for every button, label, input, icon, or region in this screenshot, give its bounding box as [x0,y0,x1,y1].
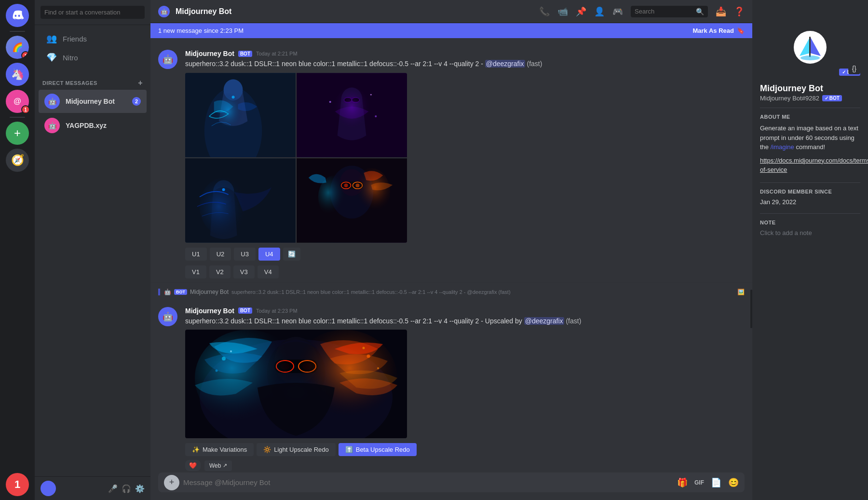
svg-point-4 [232,96,235,98]
chat-area: 🤖 Midjourney Bot 📞 📹 📌 👤 🎮 🔍 📥 ❓ 1 new m… [150,0,752,500]
mic-button[interactable]: 🎤 [108,484,118,493]
make-variations-button[interactable]: ✨ Make Variations [185,443,254,456]
dm-user-yagpdb[interactable]: 🤖 YAGPDB.xyz [39,114,147,137]
profile-avatar-area [752,24,868,67]
about-me-section: ABOUT ME Generate an image based on a te… [760,114,860,175]
hero-image-4[interactable] [297,158,407,243]
add-friend-button[interactable]: 👤 [594,6,605,17]
u3-button[interactable]: U3 [234,248,256,261]
light-upscale-redo-button[interactable]: 🔆 Light Upscale Redo [257,443,335,456]
msg2-bot-badge: BOT [238,307,252,314]
nitro-link[interactable]: 💎 Nitro [39,48,147,67]
light-icon: 🔆 [263,446,271,453]
dm-sidebar: 👥 Friends 💎 Nitro DIRECT MESSAGES + 🤖 Mi… [35,0,150,500]
svg-point-17 [222,188,225,191]
settings-button[interactable]: ⚙️ [135,484,145,493]
icon-bar-divider-2 [10,117,25,118]
message-group-1: 🤖 Midjourney Bot BOT Today at 2:21 PM su… [150,46,752,282]
note-section: NOTE Click to add a note [760,220,860,236]
emoji-icon[interactable]: 😊 [728,477,739,488]
upscaled-image[interactable] [185,330,407,438]
member-since-date: Jan 29, 2022 [760,198,860,206]
find-conversation-input[interactable] [41,6,145,19]
dm-section-header: DIRECT MESSAGES + [35,71,150,89]
help-button[interactable]: ❓ [734,6,745,17]
svg-point-42 [230,350,232,352]
add-dm-button[interactable]: + [138,79,143,87]
server-icon-2[interactable]: 🦄 [6,63,29,86]
svg-point-45 [363,347,365,349]
check-icon-2: ✓ [825,96,828,101]
member-since-section: DISCORD MEMBER SINCE Jan 29, 2022 [760,189,860,206]
external-link-icon: ↗ [223,462,227,469]
v3-button[interactable]: V3 [233,265,255,278]
icon-bar: 🌈 1 🦄 @ 1 + 🧭 1 [0,0,35,500]
svg-point-26 [344,183,348,187]
panel-divider [760,108,860,108]
midjourney-avatar: 🤖 [44,94,60,109]
dm-search-area [35,0,150,25]
v1-button[interactable]: V1 [185,265,206,278]
hero-image-2[interactable] [297,73,407,157]
beta-icon: ⬆️ [345,446,353,453]
u4-button[interactable]: U4 [258,248,280,261]
attach-button[interactable]: + [164,475,179,490]
call-button[interactable]: 📞 [539,6,550,17]
note-input[interactable]: Click to add a note [760,229,860,236]
msg2-content: Midjourney Bot BOT Today at 2:23 PM supe… [185,307,745,472]
number-badge-1[interactable]: 1 [6,473,29,496]
svg-point-41 [216,370,218,372]
icon-bar-divider [10,31,25,32]
server-icon-1[interactable]: 🌈 1 [6,36,29,59]
message-input[interactable] [183,472,673,492]
discord-home-button[interactable] [6,4,29,27]
bot-tag-badge: ✓ BOT [822,95,842,101]
headphones-button[interactable]: 🎧 [122,484,131,493]
panel-divider-3 [760,213,860,214]
pin-button[interactable]: 📌 [576,6,586,17]
v4-button[interactable]: V4 [258,265,279,278]
search-icon: 🔍 [696,8,704,15]
dm-quick-links: 👥 Friends 💎 Nitro [35,25,150,71]
variation-buttons-1: V1 V2 V3 V4 [185,265,745,278]
beta-upscale-redo-button[interactable]: ⬆️ Beta Upscale Redo [339,443,417,456]
search-input[interactable] [635,8,692,15]
current-user-avatar [41,481,56,496]
msg2-header: Midjourney Bot BOT Today at 2:23 PM [185,307,745,315]
gift-icon[interactable]: 🎁 [677,477,688,488]
upscale-variation-buttons-1: U1 U2 U3 U4 🔄 [185,248,745,261]
msg1-time: Today at 2:21 PM [256,51,298,56]
svg-point-50 [800,56,820,60]
msg2-inner: 🤖 Midjourney Bot BOT Today at 2:23 PM su… [158,307,745,472]
server-icon-3[interactable]: @ 1 [6,90,29,113]
explore-button[interactable]: 🧭 [6,149,29,172]
nitro-header-icon[interactable]: 🎮 [612,6,623,17]
add-server-button[interactable]: + [6,122,29,145]
sticker-icon[interactable]: 📄 [711,477,721,488]
chat-header-name: Midjourney Bot [176,7,231,16]
midjourney-badge: 2 [132,97,141,106]
hero-image-1[interactable] [185,73,296,157]
friends-link[interactable]: 👥 Friends [39,29,147,48]
u2-button[interactable]: U2 [210,248,231,261]
hero-image-3[interactable] [185,158,296,243]
msg1-header: Midjourney Bot BOT Today at 2:21 PM [185,50,745,57]
svg-point-44 [377,367,379,369]
right-panel-name: Midjourney Bot [760,83,860,94]
bot-icon-fwd: 🤖 [164,289,171,295]
gif-icon[interactable]: GIF [694,479,704,486]
imagine-link[interactable]: /imagine [771,143,794,151]
v2-button[interactable]: V2 [209,265,231,278]
inbox-button[interactable]: 📥 [716,6,726,17]
svg-point-13 [375,115,377,117]
web-button[interactable]: Web ↗ [204,460,232,471]
msg1-author: Midjourney Bot [185,50,234,57]
heart-reaction[interactable]: ❤️ [185,460,201,471]
refresh-button-1[interactable]: 🔄 [283,248,300,261]
dm-user-midjourney[interactable]: 🤖 Midjourney Bot 2 [39,90,147,113]
video-button[interactable]: 📹 [557,6,568,17]
msg2-time: Today at 2:23 PM [256,308,298,314]
u1-button[interactable]: U1 [185,248,207,261]
tos-link[interactable]: https://docs.midjourney.com/docs/terms-o… [760,157,868,174]
mark-as-read-button[interactable]: Mark As Read 🔖 [693,27,745,34]
